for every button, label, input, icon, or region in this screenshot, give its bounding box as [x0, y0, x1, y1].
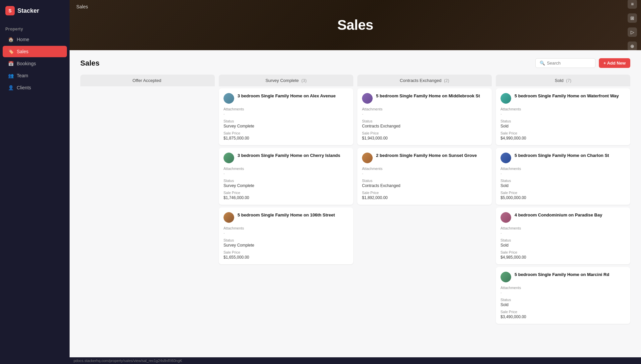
card-header: 3 bedroom Single Family Home on Alex Ave… [223, 93, 349, 104]
kanban-board: Offer Accepted Survey Complete (3) 3 bed… [80, 75, 630, 324]
survey-complete-cards: 3 bedroom Single Family Home on Alex Ave… [219, 88, 353, 264]
attachments-label: Attachments [500, 107, 626, 111]
main-content: Sales Sales ≡ ⊞ ▷ ⊕ Sales 🔍 + Add New [70, 0, 641, 364]
right-panel-icon-1[interactable]: ≡ [628, 0, 637, 9]
kanban-card[interactable]: 5 bedroom Single Family Home on 106th St… [219, 207, 353, 264]
card-header: 5 bedroom Single Family Home on Middlebr… [362, 93, 487, 104]
price-label: Sale Price [500, 131, 626, 135]
column-header-sold: Sold (7) [496, 75, 630, 86]
kanban-card[interactable]: 5 bedroom Single Family Home on Marcini … [496, 267, 630, 324]
status-url: pdocs.stackerhq.com/property/sales/view/… [74, 359, 182, 363]
card-title: 5 bedroom Single Family Home on Marcini … [515, 272, 609, 278]
hero-nav: Sales [70, 0, 641, 13]
sidebar-item-home[interactable]: 🏠 Home [3, 34, 67, 45]
board-actions: 🔍 + Add New [535, 58, 630, 68]
avatar-image [500, 153, 511, 163]
card-header: 3 bedroom Single Family Home on Cherry I… [223, 153, 349, 163]
sidebar-item-team[interactable]: 👥 Team [3, 70, 67, 81]
stacker-logo-icon: S [5, 6, 15, 15]
status-value: Sold [500, 243, 626, 248]
kanban-card[interactable]: 4 bedroom Condominium on Paradise Bay At… [496, 207, 630, 264]
attachments-value: - [500, 290, 626, 295]
sidebar-item-bookings[interactable]: 📅 Bookings [3, 58, 67, 69]
attachments-label: Attachments [500, 286, 626, 290]
attachments-value: - [500, 112, 626, 116]
attachments-value: - [362, 171, 487, 176]
attachments-label: Attachments [362, 167, 487, 171]
card-title: 5 bedroom Single Family Home on Middlebr… [376, 93, 480, 99]
clients-icon: 👤 [8, 85, 13, 90]
card-avatar [362, 153, 373, 163]
team-icon: 👥 [8, 73, 13, 78]
price-value: $4,990,000.00 [500, 136, 626, 141]
card-title: 3 bedroom Single Family Home on Cherry I… [238, 153, 340, 159]
hero-banner: Sales Sales ≡ ⊞ ▷ ⊕ [70, 0, 641, 50]
attachments-value: - [500, 231, 626, 236]
kanban-card[interactable]: 5 bedroom Single Family Home on Charlon … [496, 148, 630, 205]
column-contracts-exchanged: Contracts Exchanged (2) 5 bedroom Single… [357, 75, 492, 205]
price-value: $3,490,000.00 [500, 314, 626, 319]
hero-nav-sales[interactable]: Sales [76, 4, 88, 9]
kanban-card[interactable]: 3 bedroom Single Family Home on Cherry I… [219, 148, 353, 205]
card-header: 2 bedroom Single Family Home on Sunset G… [362, 153, 487, 163]
attachments-value: - [223, 112, 349, 116]
price-label: Sale Price [362, 191, 487, 195]
card-title: 4 bedroom Condominium on Paradise Bay [515, 212, 602, 218]
sidebar-item-label: Clients [17, 85, 31, 90]
add-new-button[interactable]: + Add New [599, 58, 630, 68]
attachments-value: - [223, 231, 349, 236]
hero-title: Sales [337, 17, 373, 33]
kanban-card[interactable]: 5 bedroom Single Family Home on Waterfro… [496, 88, 630, 145]
status-value: Sold [500, 124, 626, 128]
price-value: $1,655,000.00 [223, 255, 349, 260]
sidebar: S Stacker Property 🏠 Home 🏷️ Sales 📅 Boo… [0, 0, 70, 364]
card-avatar [223, 153, 234, 163]
attachments-label: Attachments [500, 226, 626, 230]
sidebar-item-sales[interactable]: 🏷️ Sales [3, 46, 67, 57]
sidebar-item-label: Home [17, 37, 29, 42]
sidebar-item-label: Bookings [17, 61, 36, 66]
board-title: Sales [80, 59, 100, 68]
kanban-card[interactable]: 5 bedroom Single Family Home on Middlebr… [357, 88, 492, 145]
status-label: Status [223, 238, 349, 242]
price-label: Sale Price [223, 191, 349, 195]
price-label: Sale Price [500, 191, 626, 195]
status-value: Contracts Exchanged [362, 124, 487, 128]
right-panel-icon-3[interactable]: ▷ [628, 27, 637, 37]
attachments-label: Attachments [223, 226, 349, 230]
status-value: Sold [500, 302, 626, 307]
right-panel-icons: ≡ ⊞ ▷ ⊕ [628, 0, 637, 51]
status-value: Sold [500, 183, 626, 188]
sidebar-item-clients[interactable]: 👤 Clients [3, 82, 67, 93]
avatar-image [362, 153, 373, 163]
card-avatar [223, 93, 234, 104]
status-bar: pdocs.stackerhq.com/property/sales/view/… [70, 357, 641, 364]
status-label: Status [223, 119, 349, 123]
kanban-card[interactable]: 3 bedroom Single Family Home on Alex Ave… [219, 88, 353, 145]
right-panel-icon-4[interactable]: ⊕ [628, 41, 637, 51]
sidebar-logo-text: Stacker [17, 7, 39, 14]
search-box[interactable]: 🔍 [535, 58, 596, 68]
card-title: 5 bedroom Single Family Home on Charlon … [515, 153, 609, 159]
attachments-value: - [362, 112, 487, 116]
card-header: 4 bedroom Condominium on Paradise Bay [500, 212, 626, 223]
search-input[interactable] [547, 61, 591, 66]
card-avatar [500, 272, 511, 282]
card-header: 5 bedroom Single Family Home on Waterfro… [500, 93, 626, 104]
status-value: Contracts Exchanged [362, 183, 487, 188]
attachments-label: Attachments [223, 107, 349, 111]
card-avatar [500, 153, 511, 163]
column-sold: Sold (7) 5 bedroom Single Family Home on… [496, 75, 630, 324]
avatar-image [500, 272, 511, 282]
status-label: Status [500, 298, 626, 302]
attachments-label: Attachments [362, 107, 487, 111]
right-panel-icon-2[interactable]: ⊞ [628, 13, 637, 23]
card-avatar [500, 93, 511, 104]
sidebar-section-label: Property [0, 21, 70, 33]
price-value: $1,892,000.00 [362, 195, 487, 200]
avatar-image [500, 93, 511, 104]
kanban-card[interactable]: 2 bedroom Single Family Home on Sunset G… [357, 148, 492, 205]
column-offer-accepted: Offer Accepted [80, 75, 215, 88]
status-label: Status [223, 179, 349, 183]
card-avatar [362, 93, 373, 104]
